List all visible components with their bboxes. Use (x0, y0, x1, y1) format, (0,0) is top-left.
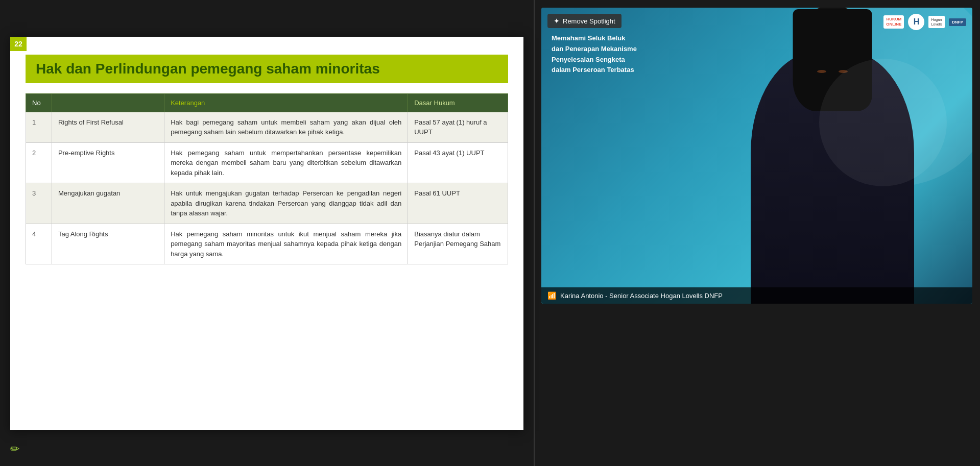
slide-area: 22 Hak dan Perlindungan pemegang saham m… (0, 0, 534, 466)
speaker-name: Karina Antonio - Senior Associate Hogan … (560, 292, 723, 300)
remove-spotlight-button[interactable]: ✦ Remove Spotlight (547, 14, 622, 28)
cell-dasar: Biasanya diatur dalam Perjanjian Pemegan… (408, 224, 508, 264)
cell-dasar: Pasal 61 UUPT (408, 183, 508, 224)
cell-name: Rights of First Refusal (52, 112, 164, 142)
pencil-tool[interactable]: ✏ (10, 443, 19, 456)
cell-name: Mengajukan gugatan (52, 183, 164, 224)
slide: 22 Hak dan Perlindungan pemegang saham m… (10, 37, 523, 430)
cell-no: 3 (26, 183, 52, 224)
cell-dasar: Pasal 57 ayat (1) huruf a UUPT (408, 112, 508, 142)
right-panel: ✦ Remove Spotlight HUKUMONLINE H HoganLo… (534, 0, 980, 466)
cell-name: Tag Along Rights (52, 224, 164, 264)
dnfp-logo: DNFP (949, 18, 966, 26)
video-container: ✦ Remove Spotlight HUKUMONLINE H HoganLo… (541, 8, 972, 304)
table-row: 3 Mengajukan gugatan Hak untuk mengajuka… (26, 183, 508, 224)
slide-number: 22 (10, 37, 27, 51)
col-header-name (52, 93, 164, 112)
video-bottom-bar: 📶 Karina Antonio - Senior Associate Hoga… (541, 287, 972, 304)
video-text-overlay: Memahami Seluk Beluk dan Penerapan Mekan… (552, 33, 637, 76)
table-row: 2 Pre-emptive Rights Hak pemegang saham … (26, 142, 508, 183)
cell-no: 1 (26, 112, 52, 142)
overlay-line3: Penyelesaian Sengketa (552, 55, 637, 65)
cell-no: 2 (26, 142, 52, 183)
hukum-logo: HUKUMONLINE (883, 15, 904, 28)
cell-name: Pre-emptive Rights (52, 142, 164, 183)
overlay-line2: dan Penerapan Mekanisme (552, 44, 637, 55)
panel-divider (534, 0, 535, 466)
col-header-dasar: Dasar Hukum (408, 93, 508, 112)
cell-dasar: Pasal 43 ayat (1) UUPT (408, 142, 508, 183)
person-area (692, 8, 972, 304)
col-header-no: No (26, 93, 52, 112)
cell-keterangan: Hak pemegang saham untuk mempertahankan … (164, 142, 408, 183)
logo-area: HUKUMONLINE H HoganLovells DNFP (883, 14, 966, 30)
h-logo: H (908, 14, 924, 30)
hogan-logo: HoganLovells (928, 16, 945, 28)
cell-keterangan: Hak untuk mengajukan gugatan terhadap Pe… (164, 183, 408, 224)
table-row: 4 Tag Along Rights Hak pemegang saham mi… (26, 224, 508, 264)
slide-title: Hak dan Perlindungan pemegang saham mino… (36, 61, 498, 77)
main-layout: 22 Hak dan Perlindungan pemegang saham m… (0, 0, 980, 466)
spotlight-button-label: Remove Spotlight (563, 17, 615, 25)
overlay-line4: dalam Perseroan Terbatas (552, 65, 637, 76)
spotlight-icon: ✦ (554, 17, 560, 25)
col-header-keterangan: Keterangan (164, 93, 408, 112)
cell-no: 4 (26, 224, 52, 264)
slide-title-bar: Hak dan Perlindungan pemegang saham mino… (26, 55, 508, 83)
slide-table: No Keterangan Dasar Hukum 1 Rights of Fi… (26, 93, 508, 265)
table-row: 1 Rights of First Refusal Hak bagi pemeg… (26, 112, 508, 142)
signal-icon: 📶 (547, 291, 556, 300)
video-bg: ✦ Remove Spotlight HUKUMONLINE H HoganLo… (541, 8, 972, 304)
overlay-line1: Memahami Seluk Beluk (552, 33, 637, 44)
cell-keterangan: Hak bagi pemegang saham untuk membeli sa… (164, 112, 408, 142)
cell-keterangan: Hak pemegang saham minoritas untuk ikut … (164, 224, 408, 264)
